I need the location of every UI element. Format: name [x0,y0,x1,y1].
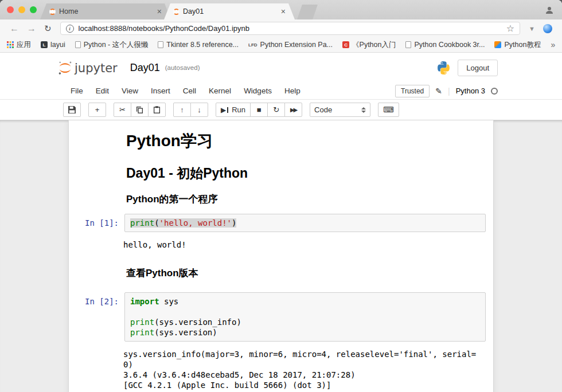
bookmark-python-cookbook[interactable]: Python Cookbook 3r... [405,41,485,49]
forward-icon[interactable]: → [23,24,40,33]
output-text: hello, world! [123,238,487,251]
interrupt-kernel-button[interactable]: ■ [250,103,268,117]
menu-kernel[interactable]: Kernel [202,84,237,97]
window-titlebar: Home × Day01 × [0,0,562,19]
markdown-cell-title[interactable]: Python学习 [69,127,493,162]
tab-home[interactable]: Home × [40,3,171,19]
profile-icon[interactable] [545,6,554,15]
move-cell-up-button[interactable]: ↑ [173,103,191,117]
page-icon [75,41,81,48]
notebook-page: Python学习 Day01 - 初始Python Python的第一个程序 I… [68,120,494,392]
bookmark-tkinter-reference[interactable]: Tkinter 8.5 reference... [158,41,239,49]
bookmark-label: Python - 这个人很懒 [84,40,149,50]
bookmark-label: 《Python入门 [352,40,396,50]
browser-window: Home × Day01 × ← → ↻ i localhost:8888/no… [0,0,562,392]
cut-cell-button[interactable]: ✂ [114,103,131,117]
zoom-window-button[interactable] [30,6,37,13]
bookmark-python-extension-packages[interactable]: LFD Python Extension Pa... [248,41,333,49]
close-tab-icon[interactable]: × [157,7,162,15]
notebook-menubar: File Edit View Insert Cell Kernel Widget… [0,83,562,100]
menu-help[interactable]: Help [278,84,307,97]
bookmarks-overflow-icon[interactable]: » [551,40,555,49]
download-indicator-icon[interactable]: ▼ [525,25,539,32]
back-icon[interactable]: ← [6,24,23,33]
jupyter-favicon-icon [49,9,56,15]
output-area-1: hello, world! [69,236,493,256]
heading-check-version: 查看Python版本 [126,266,490,280]
code-cell-1[interactable]: In [1]: print('hello, world!') [69,210,493,236]
url-input[interactable]: i localhost:8888/notebooks/PythonCode/Da… [60,22,521,35]
input-prompt: In [2]: [73,292,124,342]
restart-run-all-button[interactable]: ▶▶ [284,103,302,117]
menu-edit[interactable]: Edit [89,84,115,97]
floppy-icon [68,106,76,113]
input-prompt: In [1]: [73,214,124,232]
logout-button[interactable]: Logout [458,60,498,76]
menu-insert[interactable]: Insert [145,84,177,97]
url-text[interactable]: localhost:8888/notebooks/PythonCode/Day0… [79,24,502,33]
save-button[interactable] [63,103,81,117]
bookmark-star-icon[interactable]: ☆ [506,23,514,34]
bookmark-label: layui [50,41,65,49]
lfd-icon: LFD [248,42,257,48]
cell-type-select[interactable]: Code [310,103,370,117]
notebook-title[interactable]: Day01 [130,62,160,74]
tab-title: Day01 [183,7,278,15]
minimize-window-button[interactable] [18,6,25,13]
select-arrows-icon [361,107,366,113]
divider: | [448,87,450,96]
extension-globe-icon[interactable] [543,24,552,33]
bookmarks-bar: 应用 L layui Python - 这个人很懒 Tkinter 8.5 re… [0,37,562,53]
output-text: sys.version_info(major=3, minor=6, micro… [123,348,487,391]
address-toolbar: ← → ↻ i localhost:8888/notebooks/PythonC… [0,19,562,37]
menu-file[interactable]: File [64,84,89,97]
output-area-2: sys.version_info(major=3, minor=6, micro… [69,346,493,392]
bookmark-apps[interactable]: 应用 [7,40,31,50]
layui-icon: L [41,41,48,48]
bookmark-python-tutorial[interactable]: Python教程 [494,40,541,50]
markdown-cell-check-version[interactable]: 查看Python版本 [69,264,493,284]
bookmark-label: Python Extension Pa... [260,41,333,49]
add-cell-button[interactable]: + [88,103,106,117]
code-input[interactable]: print('hello, world!') [124,214,486,232]
bookmark-label: Tkinter 8.5 reference... [166,41,239,49]
menu-view[interactable]: View [115,84,145,97]
code-cell-2[interactable]: In [2]: import sys print(sys.version_inf… [69,288,493,346]
python-logo-icon [436,61,451,75]
cell-type-value: Code [314,105,332,114]
bookmark-python-lazy[interactable]: Python - 这个人很懒 [75,40,149,50]
paste-cell-button[interactable] [148,103,166,117]
jupyter-logo[interactable]: jupyter [57,60,118,76]
window-controls [7,6,37,13]
run-cell-button[interactable]: ▶Run [216,103,251,117]
tab-day01[interactable]: Day01 × [164,3,295,19]
close-tab-icon[interactable]: × [281,7,286,15]
step-bar-icon [227,107,228,113]
copy-cell-button[interactable] [131,103,149,117]
jupyter-wordmark: jupyter [75,61,118,75]
menu-cell[interactable]: Cell [177,84,202,97]
restart-kernel-button[interactable]: ↻ [267,103,285,117]
code-input[interactable]: import sys print(sys.version_info)print(… [124,292,486,342]
move-cell-down-button[interactable]: ↓ [190,103,208,117]
menu-widgets[interactable]: Widgets [237,84,278,97]
paste-icon [153,106,161,113]
bookmark-layui[interactable]: L layui [41,41,65,49]
trusted-button[interactable]: Trusted [395,85,430,97]
reload-icon[interactable]: ↻ [40,24,56,33]
heading-first-program: Python的第一个程序 [126,193,490,206]
feather-icon [494,41,501,48]
bookmark-label: Python教程 [504,40,541,50]
run-label: Run [232,105,245,114]
markdown-cell-first-program[interactable]: Python的第一个程序 [69,190,493,210]
markdown-cell-day01[interactable]: Day01 - 初始Python [69,162,493,190]
new-tab-button[interactable] [297,5,318,19]
close-window-button[interactable] [7,6,14,13]
edit-mode-pencil-icon: ✎ [435,87,442,96]
bookmark-python-intro[interactable]: C 《Python入门 [342,40,396,50]
site-info-icon[interactable]: i [66,25,74,33]
notebook-site[interactable]: Python学习 Day01 - 初始Python Python的第一个程序 I… [0,120,562,392]
command-palette-button[interactable]: ⌨ [378,103,399,117]
output-prompt [72,238,123,251]
csdn-icon: C [342,41,349,48]
